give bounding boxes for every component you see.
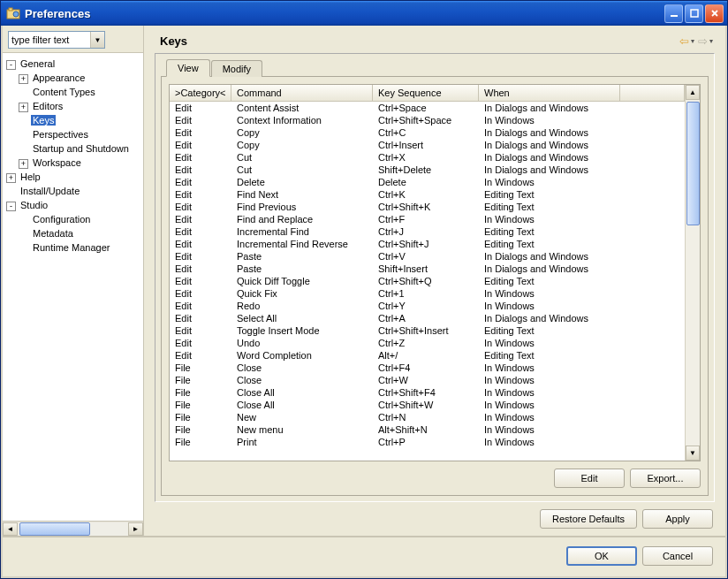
table-body[interactable]: EditContent AssistCtrl+SpaceIn Dialogs a… [170, 102, 685, 461]
table-row[interactable]: FileClose AllCtrl+Shift+F4In Windows [170, 386, 685, 399]
scroll-right-icon[interactable]: ► [128, 522, 143, 536]
tree-node[interactable]: Runtime Manager [19, 240, 143, 255]
table-row[interactable]: FileClose AllCtrl+Shift+WIn Windows [170, 399, 685, 411]
expand-icon[interactable]: + [19, 159, 28, 169]
tree-item-label[interactable]: Studio [19, 200, 49, 210]
restore-defaults-button[interactable]: Restore Defaults [540, 509, 637, 529]
nav-forward-dd[interactable]: ▾ [709, 37, 713, 45]
scroll-thumb[interactable] [19, 522, 90, 536]
col-key[interactable]: Key Sequence [373, 85, 479, 101]
col-command[interactable]: Command [231, 85, 373, 101]
table-row[interactable]: EditPasteCtrl+VIn Dialogs and Windows [170, 250, 685, 263]
nav-forward-icon[interactable]: ⇨ [698, 34, 708, 48]
collapse-icon[interactable]: - [6, 60, 16, 70]
table-row[interactable]: EditSelect AllCtrl+AIn Dialogs and Windo… [170, 312, 685, 324]
table-row[interactable]: EditUndoCtrl+ZIn Windows [170, 337, 685, 349]
table-row[interactable]: EditFind and ReplaceCtrl+FIn Windows [170, 213, 685, 225]
table-row[interactable]: EditFind PreviousCtrl+Shift+KEditing Tex… [170, 201, 685, 213]
nav-back-icon[interactable]: ⇦ [679, 34, 689, 48]
tree-item-label[interactable]: Appearance [31, 72, 87, 83]
col-category[interactable]: >Category< [170, 85, 231, 101]
maximize-button[interactable] [685, 4, 703, 23]
tree-node[interactable]: -General+AppearanceContent Types+Editors… [6, 57, 143, 170]
table-row[interactable]: EditCopyCtrl+CIn Dialogs and Windows [170, 126, 685, 139]
tree-node[interactable]: Install/Update [6, 184, 143, 198]
titlebar[interactable]: Preferences [1, 1, 727, 26]
tree-item-label[interactable]: Startup and Shutdown [31, 143, 131, 154]
scroll-up-icon[interactable]: ▲ [686, 85, 700, 100]
cell-cmd: Close [231, 362, 373, 374]
scroll-track[interactable] [18, 522, 128, 536]
table-row[interactable]: EditIncremental Find ReverseCtrl+Shift+J… [170, 238, 685, 250]
tree-item-label[interactable]: Content Types [31, 87, 97, 97]
preferences-tree[interactable]: -General+AppearanceContent Types+Editors… [3, 53, 143, 521]
tree-node[interactable]: Content Types [19, 85, 143, 99]
tree-item-label[interactable]: Runtime Manager [31, 242, 111, 253]
table-row[interactable]: EditIncremental FindCtrl+JEditing Text [170, 225, 685, 238]
export-button[interactable]: Export... [630, 469, 701, 488]
tree-item-label[interactable]: Install/Update [19, 186, 81, 196]
tree-item-label[interactable]: General [19, 58, 57, 69]
tree-node[interactable]: +Help [6, 170, 143, 184]
v-scroll-thumb[interactable] [686, 102, 700, 225]
expand-icon[interactable]: + [19, 74, 28, 84]
tree-node[interactable]: -StudioConfigurationMetadataRuntime Mana… [6, 198, 143, 255]
table-row[interactable]: EditPasteShift+InsertIn Dialogs and Wind… [170, 263, 685, 275]
tree-node[interactable]: Startup and Shutdown [19, 141, 143, 156]
table-row[interactable]: EditCutCtrl+XIn Dialogs and Windows [170, 151, 685, 164]
edit-button[interactable]: Edit [554, 469, 625, 488]
tree-node[interactable]: Metadata [19, 226, 143, 240]
ok-button[interactable]: OK [566, 546, 637, 566]
table-row[interactable]: EditToggle Insert ModeCtrl+Shift+InsertE… [170, 324, 685, 337]
tree-item-label[interactable]: Help [19, 171, 42, 182]
tree-item-label[interactable]: Configuration [31, 214, 92, 225]
table-row[interactable]: EditQuick Diff ToggleCtrl+Shift+QEditing… [170, 275, 685, 287]
tab-modify[interactable]: Modify [211, 60, 262, 77]
table-row[interactable]: EditWord CompletionAlt+/Editing Text [170, 349, 685, 362]
tree-node[interactable]: Configuration [19, 212, 143, 226]
tree-node[interactable]: +Workspace [19, 156, 143, 170]
cell-when: In Dialogs and Windows [479, 250, 620, 263]
table-row[interactable]: FilePrintCtrl+PIn Windows [170, 436, 685, 448]
apply-button[interactable]: Apply [642, 509, 713, 529]
expand-icon[interactable]: + [6, 173, 16, 183]
cell-key: Alt+/ [373, 349, 479, 362]
col-when[interactable]: When [479, 85, 620, 101]
table-row[interactable]: EditRedoCtrl+YIn Windows [170, 300, 685, 312]
minimize-button[interactable] [664, 4, 683, 23]
table-row[interactable]: EditDeleteDeleteIn Windows [170, 176, 685, 188]
cancel-button[interactable]: Cancel [642, 546, 713, 566]
table-row[interactable]: EditContent AssistCtrl+SpaceIn Dialogs a… [170, 102, 685, 114]
table-row[interactable]: EditContext InformationCtrl+Shift+SpaceI… [170, 114, 685, 126]
table-row[interactable]: EditCutShift+DeleteIn Dialogs and Window… [170, 164, 685, 176]
close-button[interactable] [705, 4, 724, 23]
dropdown-icon[interactable]: ▼ [90, 32, 104, 48]
table-row[interactable]: FileNew menuAlt+Shift+NIn Windows [170, 423, 685, 436]
v-scroll-track[interactable] [686, 100, 700, 446]
expand-icon[interactable]: + [19, 103, 28, 112]
tree-node[interactable]: Keys [19, 113, 143, 127]
nav-back-dd[interactable]: ▾ [691, 37, 694, 45]
tree-item-label[interactable]: Keys [31, 115, 56, 126]
table-row[interactable]: EditCopyCtrl+InsertIn Dialogs and Window… [170, 139, 685, 151]
tree-node[interactable]: Perspectives [19, 127, 143, 141]
table-scrollbar[interactable]: ▲ ▼ [685, 85, 700, 461]
tab-view[interactable]: View [166, 59, 210, 77]
table-row[interactable]: FileCloseCtrl+WIn Windows [170, 374, 685, 386]
table-row[interactable]: FileNewCtrl+NIn Windows [170, 411, 685, 423]
tree-item-label[interactable]: Workspace [31, 157, 83, 168]
filter-combo[interactable]: ▼ [8, 31, 105, 49]
collapse-icon[interactable]: - [6, 202, 16, 211]
table-row[interactable]: FileCloseCtrl+F4In Windows [170, 362, 685, 374]
tree-node[interactable]: +Editors [19, 99, 143, 113]
tree-item-label[interactable]: Perspectives [31, 129, 90, 140]
keybindings-table[interactable]: >Category< Command Key Sequence When Edi… [169, 84, 701, 461]
scroll-left-icon[interactable]: ◄ [3, 522, 18, 536]
scroll-down-icon[interactable]: ▼ [686, 446, 700, 461]
table-row[interactable]: EditFind NextCtrl+KEditing Text [170, 188, 685, 201]
table-row[interactable]: EditQuick FixCtrl+1In Windows [170, 287, 685, 300]
tree-item-label[interactable]: Metadata [31, 228, 75, 239]
tree-node[interactable]: +Appearance [19, 71, 143, 85]
sidebar-scrollbar[interactable]: ◄ ► [3, 521, 143, 536]
tree-item-label[interactable]: Editors [31, 101, 64, 111]
